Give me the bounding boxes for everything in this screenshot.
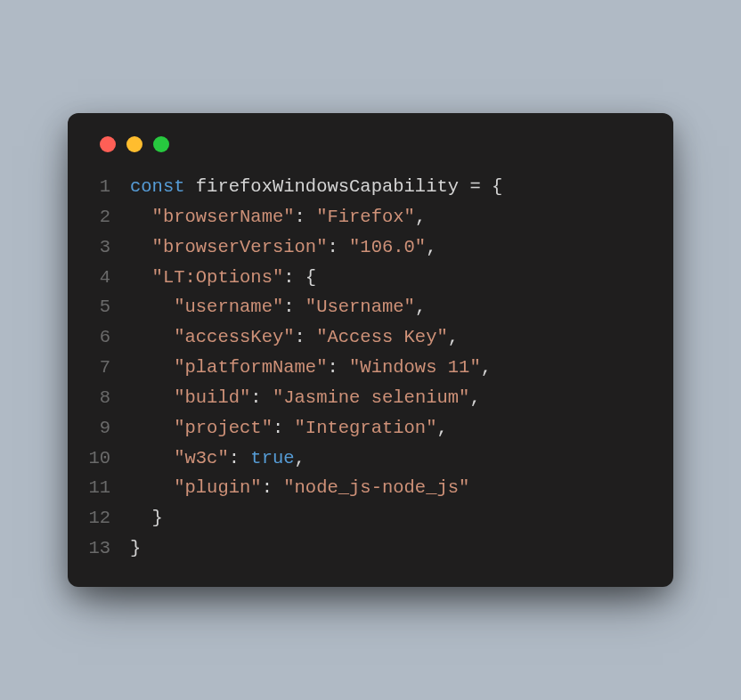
code-line: 9 "project": "Integration", bbox=[84, 413, 645, 444]
code-line: 2 "browserName": "Firefox", bbox=[84, 202, 645, 232]
line-number: 4 bbox=[84, 263, 130, 293]
code-line: 8 "build": "Jasmine selenium", bbox=[84, 383, 645, 413]
line-number: 12 bbox=[84, 503, 130, 533]
code-line: 7 "platformName": "Windows 11", bbox=[84, 353, 645, 383]
line-content: "project": "Integration", bbox=[130, 413, 448, 444]
code-line: 13} bbox=[84, 533, 645, 564]
line-number: 7 bbox=[84, 353, 130, 383]
line-number: 9 bbox=[84, 413, 130, 444]
line-content: "accessKey": "Access Key", bbox=[130, 322, 459, 353]
line-content: "username": "Username", bbox=[130, 292, 426, 322]
line-number: 6 bbox=[84, 322, 130, 353]
code-line: 12 } bbox=[84, 503, 645, 533]
line-content: "plugin": "node_js-node_js" bbox=[130, 473, 469, 503]
line-number: 5 bbox=[84, 292, 130, 322]
line-number: 13 bbox=[84, 533, 130, 564]
code-block: 1const firefoxWindowsCapability = {2 "br… bbox=[84, 172, 645, 564]
code-window: 1const firefoxWindowsCapability = {2 "br… bbox=[68, 113, 673, 587]
minimize-icon[interactable] bbox=[126, 136, 142, 152]
line-number: 2 bbox=[84, 202, 130, 232]
window-titlebar bbox=[84, 136, 645, 152]
code-line: 1const firefoxWindowsCapability = { bbox=[84, 172, 645, 202]
maximize-icon[interactable] bbox=[153, 136, 169, 152]
code-line: 10 "w3c": true, bbox=[84, 444, 645, 474]
close-icon[interactable] bbox=[100, 136, 116, 152]
line-number: 1 bbox=[84, 172, 130, 202]
line-content: const firefoxWindowsCapability = { bbox=[130, 172, 502, 202]
line-number: 3 bbox=[84, 232, 130, 263]
line-content: "browserName": "Firefox", bbox=[130, 202, 426, 232]
code-line: 3 "browserVersion": "106.0", bbox=[84, 232, 645, 263]
line-content: "w3c": true, bbox=[130, 444, 305, 474]
code-line: 5 "username": "Username", bbox=[84, 292, 645, 322]
line-number: 8 bbox=[84, 383, 130, 413]
code-line: 4 "LT:Options": { bbox=[84, 263, 645, 293]
line-content: } bbox=[130, 503, 163, 533]
line-content: "build": "Jasmine selenium", bbox=[130, 383, 481, 413]
code-line: 11 "plugin": "node_js-node_js" bbox=[84, 473, 645, 503]
line-number: 10 bbox=[84, 444, 130, 474]
line-content: "platformName": "Windows 11", bbox=[130, 353, 492, 383]
line-number: 11 bbox=[84, 473, 130, 503]
line-content: } bbox=[130, 533, 141, 564]
line-content: "LT:Options": { bbox=[130, 263, 316, 293]
code-line: 6 "accessKey": "Access Key", bbox=[84, 322, 645, 353]
line-content: "browserVersion": "106.0", bbox=[130, 232, 437, 263]
